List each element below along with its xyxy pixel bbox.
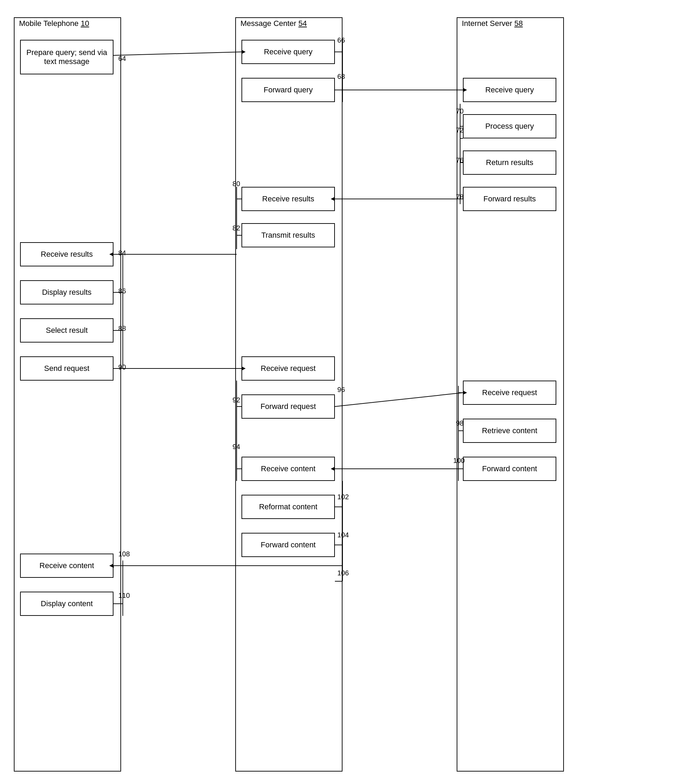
diagram: Mobile Telephone 10 Message Center 54 In… <box>0 0 685 784</box>
label-92: 92 <box>232 396 240 404</box>
label-96: 96 <box>337 386 345 394</box>
mobile-display-content-box: Display content <box>20 592 114 616</box>
msg-forward-query-box: Forward query <box>242 78 335 102</box>
label-108: 108 <box>118 550 130 558</box>
label-94: 94 <box>232 443 240 451</box>
label-90: 90 <box>118 363 126 371</box>
mobile-send-request-box: Send request <box>20 356 114 381</box>
mobile-prepare-box: Prepare query; send via text message <box>20 40 114 75</box>
msg-transmit-results-box: Transmit results <box>242 223 335 247</box>
inet-return-results-box: Return results <box>463 151 556 175</box>
msg-receive-query-box: Receive query <box>242 40 335 64</box>
inet-retrieve-content-box: Retrieve content <box>463 419 556 443</box>
inet-receive-request-box: Receive request <box>463 381 556 405</box>
label-98: 98 <box>456 419 464 427</box>
label-86: 86 <box>118 287 126 295</box>
label-84: 84 <box>118 249 126 257</box>
msg-forward-content-box: Forward content <box>242 533 335 557</box>
label-104: 104 <box>337 531 349 539</box>
label-78: 78 <box>456 193 464 201</box>
msg-receive-results-box: Receive results <box>242 187 335 211</box>
inet-forward-results-box: Forward results <box>463 187 556 211</box>
msg-receive-content-box: Receive content <box>242 457 335 481</box>
label-100: 100 <box>453 457 464 465</box>
svg-line-29 <box>335 393 463 407</box>
mobile-header: Mobile Telephone 10 <box>19 19 116 28</box>
msg-reformat-content-box: Reformat content <box>242 495 335 519</box>
mobile-column-border <box>14 17 121 771</box>
mobile-display-results-box: Display results <box>20 280 114 305</box>
svg-line-0 <box>114 52 242 55</box>
label-68: 68 <box>337 73 345 81</box>
msg-receive-request-box: Receive request <box>242 356 335 381</box>
mobile-select-result-box: Select result <box>20 318 114 342</box>
label-64: 64 <box>118 55 126 63</box>
message-header: Message Center 54 <box>240 19 337 28</box>
label-66: 66 <box>337 36 345 44</box>
label-110: 110 <box>118 592 130 600</box>
mobile-receive-results-box: Receive results <box>20 242 114 266</box>
label-80: 80 <box>232 180 240 188</box>
inet-process-query-box: Process query <box>463 114 556 138</box>
label-102: 102 <box>337 493 349 501</box>
mobile-receive-content-box: Receive content <box>20 554 114 578</box>
label-82: 82 <box>232 224 240 232</box>
internet-header: Internet Server 58 <box>462 19 559 28</box>
label-70: 70 <box>456 107 464 115</box>
label-72: 72 <box>456 126 464 134</box>
label-76: 76 <box>456 156 464 164</box>
label-106: 106 <box>337 569 349 577</box>
label-88: 88 <box>118 325 126 333</box>
msg-forward-request-box: Forward request <box>242 394 335 419</box>
inet-forward-content-box: Forward content <box>463 457 556 481</box>
inet-receive-query-box: Receive query <box>463 78 556 102</box>
